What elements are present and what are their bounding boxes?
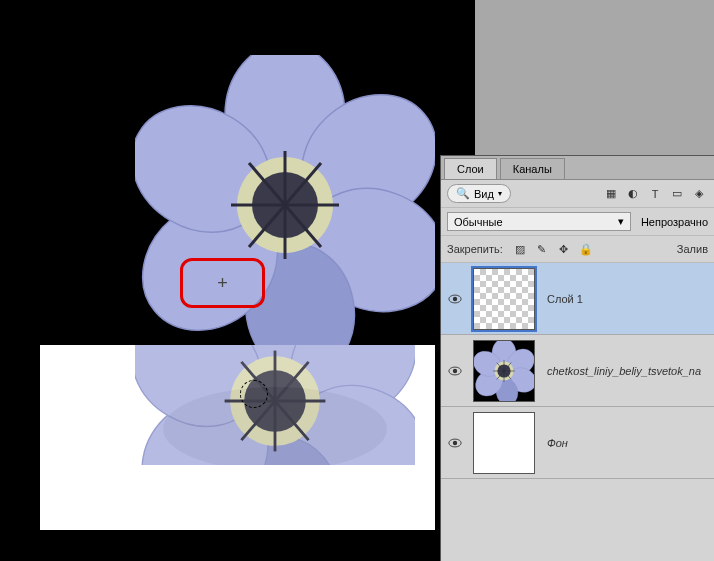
lock-position-icon[interactable]: ✥ [555, 240, 573, 258]
chevron-down-icon: ▾ [618, 215, 624, 228]
layer-row[interactable]: Фон [441, 407, 714, 479]
opacity-label: Непрозрачно [641, 216, 708, 228]
workspace-background [475, 0, 714, 155]
chevron-down-icon: ▾ [498, 189, 502, 198]
layer-row[interactable]: chetkost_liniy_beliy_tsvetok_na [441, 335, 714, 407]
crosshair-highlight: + [180, 258, 265, 308]
panel-tabs: Слои Каналы [441, 156, 714, 180]
search-icon: 🔍 [456, 187, 470, 200]
blend-mode-value: Обычные [454, 216, 503, 228]
lock-label: Закрепить: [447, 243, 503, 255]
lock-icons: ▨ ✎ ✥ 🔒 [511, 240, 595, 258]
tab-layers[interactable]: Слои [444, 158, 497, 179]
layer-thumbnail[interactable] [473, 340, 535, 402]
blend-mode-select[interactable]: Обычные ▾ [447, 212, 631, 231]
svg-point-18 [453, 296, 457, 300]
filter-shape-icon[interactable]: ▭ [668, 185, 686, 203]
lock-all-icon[interactable]: 🔒 [577, 240, 595, 258]
layer-filter-select[interactable]: 🔍 Вид ▾ [447, 184, 511, 203]
layer-name[interactable]: Слой 1 [539, 293, 583, 305]
eye-icon[interactable] [448, 436, 462, 450]
svg-point-20 [453, 368, 457, 372]
layer-row[interactable]: Слой 1 [441, 263, 714, 335]
canvas-flower-light[interactable] [40, 345, 435, 530]
filter-label: Вид [474, 188, 494, 200]
eye-icon[interactable] [448, 364, 462, 378]
tab-channels[interactable]: Каналы [500, 158, 565, 179]
filter-row: 🔍 Вид ▾ ▦ ◐ T ▭ ◈ [441, 180, 714, 208]
layer-thumbnail[interactable] [473, 268, 535, 330]
filter-type-icon[interactable]: T [646, 185, 664, 203]
lock-row: Закрепить: ▨ ✎ ✥ 🔒 Залив [441, 236, 714, 263]
layers-panel: Слои Каналы 🔍 Вид ▾ ▦ ◐ T ▭ ◈ Обычные ▾ … [440, 155, 714, 561]
filter-pixel-icon[interactable]: ▦ [602, 185, 620, 203]
flower-image [135, 55, 435, 355]
layer-name[interactable]: chetkost_liniy_beliy_tsvetok_na [539, 365, 701, 377]
blend-row: Обычные ▾ Непрозрачно [441, 208, 714, 236]
filter-smart-icon[interactable]: ◈ [690, 185, 708, 203]
layers-list: Слой 1 chetkost_liniy_beliy_tsvetok_na Ф… [441, 263, 714, 479]
crosshair-cursor: + [217, 274, 228, 292]
lock-transparency-icon[interactable]: ▨ [511, 240, 529, 258]
layer-name[interactable]: Фон [539, 437, 568, 449]
lock-pixels-icon[interactable]: ✎ [533, 240, 551, 258]
fill-label: Залив [677, 243, 708, 255]
svg-point-22 [453, 440, 457, 444]
flower-crop-image [135, 345, 415, 465]
eye-icon[interactable] [448, 292, 462, 306]
filter-adjust-icon[interactable]: ◐ [624, 185, 642, 203]
brush-cursor [240, 380, 268, 408]
layer-thumbnail[interactable] [473, 412, 535, 474]
